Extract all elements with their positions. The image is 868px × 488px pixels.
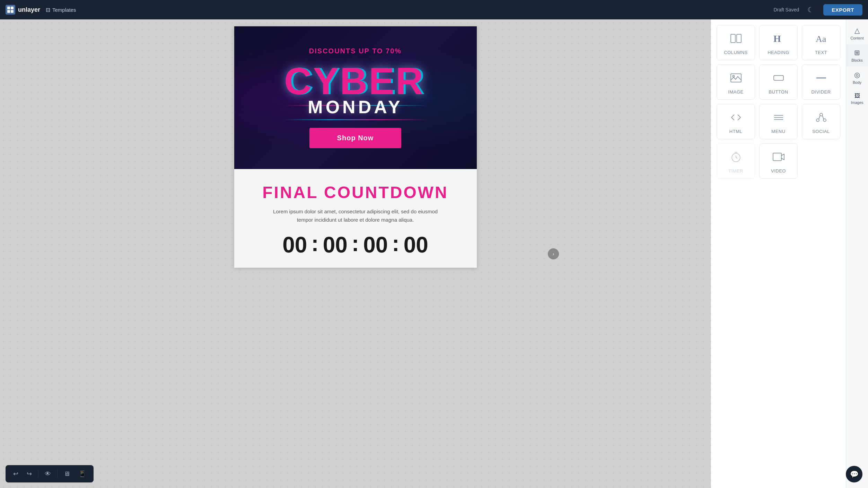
block-divider[interactable]: DIVIDER [802, 64, 840, 100]
sidebar-item-blocks[interactable]: ⊞ Blocks [846, 44, 868, 66]
block-social[interactable]: SOCIAL [802, 104, 840, 139]
blocks-label: Blocks [851, 58, 862, 62]
templates-nav[interactable]: ⊟ Templates [46, 7, 76, 13]
sidebar-item-images[interactable]: 🖼 Images [846, 89, 868, 109]
block-html-label: HTML [729, 129, 742, 134]
timer-hours: 00 [282, 234, 307, 256]
social-icon [815, 111, 827, 125]
block-button[interactable]: BUTTON [759, 64, 798, 100]
svg-point-13 [823, 119, 826, 122]
side-icons-panel: △ Content ⊞ Blocks ◎ Body 🖼 Images [846, 19, 868, 488]
block-video-label: VIDEO [771, 168, 786, 174]
svg-rect-6 [774, 76, 783, 80]
sidebar-item-body[interactable]: ◎ Body [846, 66, 868, 89]
images-icon: 🖼 [854, 93, 860, 99]
templates-label: Templates [52, 7, 76, 13]
block-timer-label: TIMER [728, 168, 743, 174]
divider-icon [815, 72, 827, 86]
svg-line-15 [822, 116, 824, 119]
svg-text:Aa: Aa [816, 34, 826, 44]
timer-sep-1: : [311, 232, 318, 257]
shop-now-button[interactable]: Shop Now [309, 128, 402, 148]
svg-rect-0 [731, 34, 735, 43]
body-label: Body [853, 80, 861, 85]
svg-line-14 [819, 116, 820, 119]
block-button-label: BUTTON [769, 89, 788, 95]
svg-point-5 [733, 76, 734, 77]
undo-button[interactable]: ↩ [10, 468, 22, 480]
block-divider-label: DIVIDER [811, 89, 831, 95]
timer-icon [730, 151, 742, 165]
content-label: Content [850, 36, 864, 40]
main-layout: DISCOUNTS UP TO 70% CYBER MONDAY Shop No… [0, 19, 868, 488]
timer-sep-2: : [352, 232, 359, 257]
hero-monday-text: MONDAY [248, 97, 463, 117]
draft-saved-status: Draft Saved [773, 7, 799, 12]
columns-icon [730, 32, 742, 46]
desktop-view-button[interactable]: 🖥 [60, 468, 73, 480]
toolbar-divider [38, 470, 38, 478]
svg-point-12 [816, 119, 819, 122]
block-image[interactable]: IMAGE [717, 64, 755, 100]
blocks-icon: ⊞ [854, 48, 860, 57]
images-label: Images [851, 100, 863, 105]
video-icon [772, 151, 785, 165]
email-canvas: DISCOUNTS UP TO 70% CYBER MONDAY Shop No… [234, 26, 477, 268]
block-image-label: IMAGE [728, 89, 743, 95]
timer-ms: 00 [404, 234, 428, 256]
preview-button[interactable]: 👁 [41, 468, 54, 480]
countdown-body: Lorem ipsum dolor sit amet, consectetur … [269, 207, 442, 224]
block-heading-label: HEADING [768, 50, 789, 55]
panel-collapse-toggle[interactable]: › [548, 248, 559, 259]
dark-mode-toggle[interactable]: ☾ [807, 6, 814, 14]
hero-section: DISCOUNTS UP TO 70% CYBER MONDAY Shop No… [234, 26, 477, 169]
redo-button[interactable]: ↪ [23, 468, 35, 480]
timer-seconds: 00 [363, 234, 388, 256]
export-button[interactable]: EXPORT [823, 4, 862, 16]
svg-rect-18 [773, 153, 781, 161]
block-video[interactable]: VIDEO [759, 143, 798, 179]
block-columns-label: COLUMNS [724, 50, 748, 55]
heading-icon: H [772, 32, 785, 46]
chat-icon: 💬 [850, 470, 859, 478]
svg-rect-1 [737, 34, 741, 43]
block-menu-label: MENU [771, 129, 785, 134]
sidebar-item-content[interactable]: △ Content [846, 22, 868, 44]
bottom-toolbar: ↩ ↪ 👁 🖥 📱 [6, 465, 94, 482]
block-html[interactable]: HTML [717, 104, 755, 139]
timer-sep-3: : [392, 232, 399, 257]
layers-icon: ⊟ [46, 7, 50, 13]
blocks-panel: COLUMNS H HEADING Aa TEXT [711, 19, 846, 488]
countdown-section: FINAL COUNTDOWN Lorem ipsum dolor sit am… [234, 169, 477, 268]
canvas-area[interactable]: DISCOUNTS UP TO 70% CYBER MONDAY Shop No… [0, 19, 711, 488]
block-text[interactable]: Aa TEXT [802, 25, 840, 60]
block-heading[interactable]: H HEADING [759, 25, 798, 60]
toolbar-divider-2 [57, 470, 58, 478]
block-menu[interactable]: MENU [759, 104, 798, 139]
body-icon: ◎ [854, 71, 860, 79]
logo-icon [6, 5, 15, 15]
logo-text: unlayer [18, 6, 40, 14]
chat-button[interactable]: 💬 [846, 466, 862, 482]
hero-discount-text: DISCOUNTS UP TO 70% [248, 47, 463, 55]
svg-rect-4 [731, 74, 741, 82]
countdown-timer: 00 : 00 : 00 : 00 [248, 232, 463, 257]
timer-minutes: 00 [323, 234, 348, 256]
content-icon: △ [854, 26, 860, 35]
block-text-label: TEXT [815, 50, 827, 55]
button-icon [772, 72, 785, 86]
block-timer[interactable]: TIMER [717, 143, 755, 179]
hero-cyber-text: CYBER [248, 62, 463, 100]
blocks-grid: COLUMNS H HEADING Aa TEXT [717, 25, 840, 179]
block-columns[interactable]: COLUMNS [717, 25, 755, 60]
right-panel: COLUMNS H HEADING Aa TEXT [711, 19, 868, 488]
svg-text:H: H [773, 33, 781, 44]
countdown-title: FINAL COUNTDOWN [248, 183, 463, 202]
svg-point-11 [820, 113, 823, 116]
block-social-label: SOCIAL [812, 129, 830, 134]
menu-icon [772, 111, 785, 125]
logo[interactable]: unlayer [6, 5, 40, 15]
mobile-view-button[interactable]: 📱 [75, 468, 89, 480]
top-navigation: unlayer ⊟ Templates Draft Saved ☾ EXPORT [0, 0, 868, 19]
html-icon [730, 111, 742, 125]
